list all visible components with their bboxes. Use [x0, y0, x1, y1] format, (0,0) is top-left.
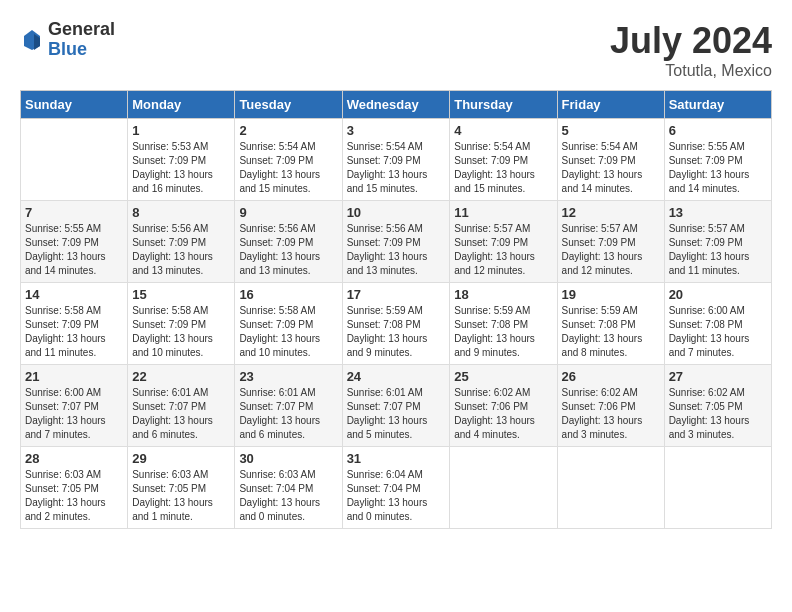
title-block: July 2024 Totutla, Mexico — [610, 20, 772, 80]
calendar-header-row: SundayMondayTuesdayWednesdayThursdayFrid… — [21, 91, 772, 119]
day-number: 29 — [132, 451, 230, 466]
logo-blue: Blue — [48, 40, 115, 60]
header-saturday: Saturday — [664, 91, 771, 119]
day-info: Sunrise: 5:59 AM Sunset: 7:08 PM Dayligh… — [454, 304, 552, 360]
calendar-cell: 13Sunrise: 5:57 AM Sunset: 7:09 PM Dayli… — [664, 201, 771, 283]
day-number: 9 — [239, 205, 337, 220]
calendar-cell: 23Sunrise: 6:01 AM Sunset: 7:07 PM Dayli… — [235, 365, 342, 447]
header-thursday: Thursday — [450, 91, 557, 119]
calendar-cell: 17Sunrise: 5:59 AM Sunset: 7:08 PM Dayli… — [342, 283, 450, 365]
logo-text: General Blue — [48, 20, 115, 60]
calendar-cell — [557, 447, 664, 529]
calendar-cell: 5Sunrise: 5:54 AM Sunset: 7:09 PM Daylig… — [557, 119, 664, 201]
calendar-table: SundayMondayTuesdayWednesdayThursdayFrid… — [20, 90, 772, 529]
day-info: Sunrise: 5:57 AM Sunset: 7:09 PM Dayligh… — [562, 222, 660, 278]
day-number: 24 — [347, 369, 446, 384]
calendar-cell: 6Sunrise: 5:55 AM Sunset: 7:09 PM Daylig… — [664, 119, 771, 201]
day-number: 30 — [239, 451, 337, 466]
calendar-cell: 2Sunrise: 5:54 AM Sunset: 7:09 PM Daylig… — [235, 119, 342, 201]
calendar-cell: 22Sunrise: 6:01 AM Sunset: 7:07 PM Dayli… — [128, 365, 235, 447]
header-wednesday: Wednesday — [342, 91, 450, 119]
calendar-cell: 30Sunrise: 6:03 AM Sunset: 7:04 PM Dayli… — [235, 447, 342, 529]
day-info: Sunrise: 5:55 AM Sunset: 7:09 PM Dayligh… — [25, 222, 123, 278]
day-info: Sunrise: 5:57 AM Sunset: 7:09 PM Dayligh… — [454, 222, 552, 278]
day-info: Sunrise: 5:53 AM Sunset: 7:09 PM Dayligh… — [132, 140, 230, 196]
week-row-5: 28Sunrise: 6:03 AM Sunset: 7:05 PM Dayli… — [21, 447, 772, 529]
calendar-cell — [450, 447, 557, 529]
day-number: 7 — [25, 205, 123, 220]
day-number: 12 — [562, 205, 660, 220]
calendar-cell: 12Sunrise: 5:57 AM Sunset: 7:09 PM Dayli… — [557, 201, 664, 283]
day-number: 11 — [454, 205, 552, 220]
day-number: 19 — [562, 287, 660, 302]
header-tuesday: Tuesday — [235, 91, 342, 119]
calendar-cell: 24Sunrise: 6:01 AM Sunset: 7:07 PM Dayli… — [342, 365, 450, 447]
day-info: Sunrise: 5:54 AM Sunset: 7:09 PM Dayligh… — [347, 140, 446, 196]
day-info: Sunrise: 5:54 AM Sunset: 7:09 PM Dayligh… — [454, 140, 552, 196]
day-info: Sunrise: 6:00 AM Sunset: 7:07 PM Dayligh… — [25, 386, 123, 442]
header-sunday: Sunday — [21, 91, 128, 119]
day-number: 17 — [347, 287, 446, 302]
week-row-3: 14Sunrise: 5:58 AM Sunset: 7:09 PM Dayli… — [21, 283, 772, 365]
day-info: Sunrise: 5:58 AM Sunset: 7:09 PM Dayligh… — [239, 304, 337, 360]
day-number: 13 — [669, 205, 767, 220]
day-info: Sunrise: 6:00 AM Sunset: 7:08 PM Dayligh… — [669, 304, 767, 360]
day-info: Sunrise: 6:04 AM Sunset: 7:04 PM Dayligh… — [347, 468, 446, 524]
day-number: 28 — [25, 451, 123, 466]
day-number: 1 — [132, 123, 230, 138]
calendar-cell: 27Sunrise: 6:02 AM Sunset: 7:05 PM Dayli… — [664, 365, 771, 447]
day-info: Sunrise: 5:56 AM Sunset: 7:09 PM Dayligh… — [132, 222, 230, 278]
calendar-cell: 28Sunrise: 6:03 AM Sunset: 7:05 PM Dayli… — [21, 447, 128, 529]
day-info: Sunrise: 6:01 AM Sunset: 7:07 PM Dayligh… — [132, 386, 230, 442]
calendar-cell: 19Sunrise: 5:59 AM Sunset: 7:08 PM Dayli… — [557, 283, 664, 365]
calendar-cell: 16Sunrise: 5:58 AM Sunset: 7:09 PM Dayli… — [235, 283, 342, 365]
day-number: 6 — [669, 123, 767, 138]
day-number: 20 — [669, 287, 767, 302]
day-info: Sunrise: 5:58 AM Sunset: 7:09 PM Dayligh… — [132, 304, 230, 360]
day-info: Sunrise: 6:02 AM Sunset: 7:06 PM Dayligh… — [562, 386, 660, 442]
day-number: 16 — [239, 287, 337, 302]
day-info: Sunrise: 5:59 AM Sunset: 7:08 PM Dayligh… — [562, 304, 660, 360]
calendar-cell: 4Sunrise: 5:54 AM Sunset: 7:09 PM Daylig… — [450, 119, 557, 201]
day-number: 25 — [454, 369, 552, 384]
day-info: Sunrise: 5:54 AM Sunset: 7:09 PM Dayligh… — [562, 140, 660, 196]
day-number: 22 — [132, 369, 230, 384]
calendar-cell: 29Sunrise: 6:03 AM Sunset: 7:05 PM Dayli… — [128, 447, 235, 529]
day-number: 5 — [562, 123, 660, 138]
day-info: Sunrise: 5:59 AM Sunset: 7:08 PM Dayligh… — [347, 304, 446, 360]
week-row-2: 7Sunrise: 5:55 AM Sunset: 7:09 PM Daylig… — [21, 201, 772, 283]
day-number: 2 — [239, 123, 337, 138]
logo-general: General — [48, 20, 115, 40]
calendar-cell: 25Sunrise: 6:02 AM Sunset: 7:06 PM Dayli… — [450, 365, 557, 447]
page-header: General Blue July 2024 Totutla, Mexico — [20, 20, 772, 80]
day-info: Sunrise: 6:01 AM Sunset: 7:07 PM Dayligh… — [347, 386, 446, 442]
calendar-cell: 8Sunrise: 5:56 AM Sunset: 7:09 PM Daylig… — [128, 201, 235, 283]
day-info: Sunrise: 5:56 AM Sunset: 7:09 PM Dayligh… — [239, 222, 337, 278]
calendar-cell: 3Sunrise: 5:54 AM Sunset: 7:09 PM Daylig… — [342, 119, 450, 201]
day-number: 4 — [454, 123, 552, 138]
day-info: Sunrise: 6:03 AM Sunset: 7:04 PM Dayligh… — [239, 468, 337, 524]
logo: General Blue — [20, 20, 115, 60]
calendar-cell: 18Sunrise: 5:59 AM Sunset: 7:08 PM Dayli… — [450, 283, 557, 365]
day-number: 15 — [132, 287, 230, 302]
day-number: 3 — [347, 123, 446, 138]
calendar-cell: 26Sunrise: 6:02 AM Sunset: 7:06 PM Dayli… — [557, 365, 664, 447]
location-subtitle: Totutla, Mexico — [610, 62, 772, 80]
day-info: Sunrise: 5:55 AM Sunset: 7:09 PM Dayligh… — [669, 140, 767, 196]
day-info: Sunrise: 6:02 AM Sunset: 7:05 PM Dayligh… — [669, 386, 767, 442]
week-row-1: 1Sunrise: 5:53 AM Sunset: 7:09 PM Daylig… — [21, 119, 772, 201]
day-info: Sunrise: 5:56 AM Sunset: 7:09 PM Dayligh… — [347, 222, 446, 278]
calendar-cell: 1Sunrise: 5:53 AM Sunset: 7:09 PM Daylig… — [128, 119, 235, 201]
week-row-4: 21Sunrise: 6:00 AM Sunset: 7:07 PM Dayli… — [21, 365, 772, 447]
day-info: Sunrise: 5:58 AM Sunset: 7:09 PM Dayligh… — [25, 304, 123, 360]
day-number: 18 — [454, 287, 552, 302]
day-info: Sunrise: 5:57 AM Sunset: 7:09 PM Dayligh… — [669, 222, 767, 278]
calendar-cell — [21, 119, 128, 201]
day-info: Sunrise: 6:03 AM Sunset: 7:05 PM Dayligh… — [25, 468, 123, 524]
calendar-cell: 15Sunrise: 5:58 AM Sunset: 7:09 PM Dayli… — [128, 283, 235, 365]
day-number: 10 — [347, 205, 446, 220]
day-number: 27 — [669, 369, 767, 384]
header-friday: Friday — [557, 91, 664, 119]
day-number: 26 — [562, 369, 660, 384]
day-info: Sunrise: 5:54 AM Sunset: 7:09 PM Dayligh… — [239, 140, 337, 196]
